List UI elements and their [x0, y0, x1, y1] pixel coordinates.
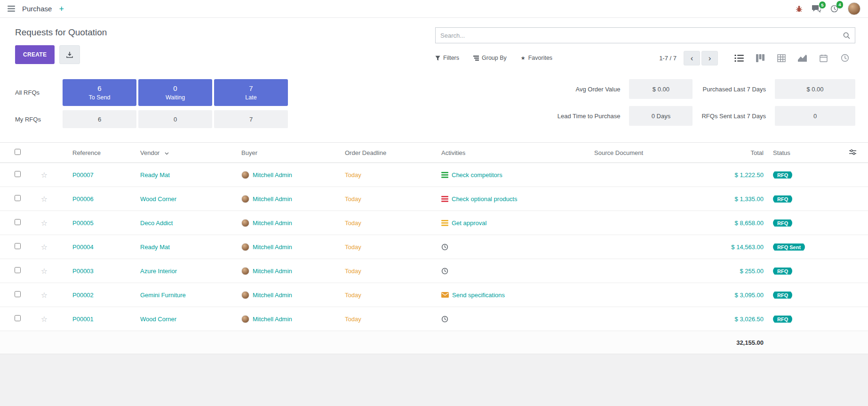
optional-columns-icon[interactable]	[849, 149, 856, 157]
my-rfqs-label[interactable]: My RFQs	[15, 116, 61, 123]
buyer-link[interactable]: Mitchell Admin	[253, 268, 292, 275]
view-calendar-button[interactable]	[813, 50, 834, 66]
favorite-star-icon[interactable]: ☆	[41, 243, 48, 251]
my-count-waiting[interactable]: 0	[138, 110, 212, 128]
search-icon[interactable]	[843, 32, 850, 39]
favorite-star-icon[interactable]: ☆	[41, 291, 48, 299]
favorite-star-icon[interactable]: ☆	[41, 171, 48, 179]
activity-clock-icon[interactable]	[441, 316, 448, 323]
column-header-buyer[interactable]: Buyer	[238, 149, 341, 156]
stat-value-lead-time-to-purchase: 0 Days	[629, 106, 693, 126]
search-box[interactable]	[435, 27, 855, 43]
reference-link[interactable]: P00003	[56, 268, 136, 275]
group-by-button[interactable]: Group By	[473, 55, 507, 61]
buyer-link[interactable]: Mitchell Admin	[253, 292, 292, 299]
reference-link[interactable]: P00005	[56, 219, 136, 227]
buyer-link[interactable]: Mitchell Admin	[253, 244, 292, 251]
top-navbar: Purchase + 5 4	[0, 0, 868, 18]
buyer-link[interactable]: Mitchell Admin	[253, 316, 292, 323]
column-header-source-document[interactable]: Source Document	[590, 149, 706, 156]
search-input[interactable]	[440, 32, 843, 39]
table-row[interactable]: ☆ P00003 Azure Interior Mitchell Admin T…	[0, 259, 868, 283]
reference-link[interactable]: P00002	[56, 292, 136, 299]
vendor-link[interactable]: Wood Corner	[136, 316, 238, 323]
vendor-link[interactable]: Ready Mat	[136, 244, 238, 251]
view-pivot-button[interactable]	[771, 50, 792, 66]
table-row[interactable]: ☆ P00006 Wood Corner Mitchell Admin Toda…	[0, 187, 868, 211]
view-kanban-button[interactable]	[749, 50, 771, 66]
view-activity-button[interactable]	[834, 50, 855, 66]
all-rfqs-label[interactable]: All RFQs	[15, 89, 61, 96]
row-checkbox[interactable]	[15, 291, 21, 297]
activity-envelope-icon[interactable]	[441, 292, 449, 298]
reference-link[interactable]: P00004	[56, 244, 136, 251]
total-amount: $ 14,563.00	[706, 244, 769, 251]
my-count-late[interactable]: 7	[214, 110, 288, 128]
activity-clock-icon[interactable]	[441, 244, 448, 251]
column-header-order-deadline[interactable]: Order Deadline	[341, 149, 438, 156]
favorite-star-icon[interactable]: ☆	[41, 315, 48, 323]
activity-label[interactable]: Check competitors	[452, 171, 502, 179]
activity-list-icon[interactable]	[441, 196, 448, 202]
activity-label[interactable]: Check optional products	[452, 195, 517, 203]
vendor-link[interactable]: Ready Mat	[136, 171, 238, 179]
my-count-to-send[interactable]: 6	[63, 110, 136, 128]
column-header-activities[interactable]: Activities	[438, 149, 590, 156]
create-button[interactable]: CREATE	[15, 45, 55, 64]
view-list-button[interactable]	[728, 50, 749, 66]
buyer-link[interactable]: Mitchell Admin	[253, 195, 292, 203]
vendor-link[interactable]: Gemini Furniture	[136, 292, 238, 299]
app-menu-purchase[interactable]: Purchase	[22, 5, 52, 13]
table-row[interactable]: ☆ P00005 Deco Addict Mitchell Admin Toda…	[0, 211, 868, 235]
favorite-star-icon[interactable]: ☆	[41, 219, 48, 227]
activity-list-icon[interactable]	[441, 172, 448, 178]
group-by-icon	[473, 56, 479, 61]
favorite-star-icon[interactable]: ☆	[41, 267, 48, 275]
row-checkbox[interactable]	[15, 195, 21, 201]
column-header-total[interactable]: Total	[706, 149, 769, 156]
table-row[interactable]: ☆ P00007 Ready Mat Mitchell Admin Today …	[0, 163, 868, 187]
vendor-link[interactable]: Wood Corner	[136, 195, 238, 203]
table-row[interactable]: ☆ P00001 Wood Corner Mitchell Admin Toda…	[0, 307, 868, 331]
messages-icon[interactable]: 5	[812, 5, 821, 13]
row-checkbox[interactable]	[15, 171, 21, 177]
vendor-link[interactable]: Azure Interior	[136, 268, 238, 275]
pager-next-button[interactable]: ›	[701, 51, 718, 65]
favorite-star-icon[interactable]: ☆	[41, 195, 48, 203]
column-header-status[interactable]: Status	[769, 149, 837, 156]
activities-clock-icon[interactable]: 4	[830, 5, 838, 13]
activity-list-icon[interactable]	[441, 220, 448, 226]
buyer-link[interactable]: Mitchell Admin	[253, 171, 292, 179]
pager-previous-button[interactable]: ‹	[684, 51, 700, 65]
row-checkbox[interactable]	[15, 267, 21, 273]
filters-button[interactable]: Filters	[435, 55, 459, 61]
select-all-checkbox[interactable]	[15, 149, 21, 155]
activity-label[interactable]: Send specifications	[452, 292, 505, 299]
menu-icon[interactable]	[8, 6, 15, 12]
activity-clock-icon[interactable]	[441, 268, 448, 275]
view-graph-button[interactable]	[792, 50, 813, 66]
activity-label[interactable]: Get approval	[452, 219, 486, 227]
buyer-link[interactable]: Mitchell Admin	[253, 219, 292, 227]
row-checkbox[interactable]	[15, 219, 21, 225]
kpi-tile-to-send[interactable]: 6 To Send	[63, 79, 136, 106]
reference-link[interactable]: P00007	[56, 171, 136, 179]
kpi-tile-waiting[interactable]: 0 Waiting	[138, 79, 212, 106]
user-avatar[interactable]	[848, 2, 860, 15]
vendor-link[interactable]: Deco Addict	[136, 219, 238, 227]
kpi-tile-late[interactable]: 7 Late	[214, 79, 288, 106]
table-row[interactable]: ☆ P00004 Ready Mat Mitchell Admin Today …	[0, 235, 868, 259]
stat-label-lead-time-to-purchase: Lead Time to Purchase	[557, 113, 621, 120]
export-button[interactable]	[59, 45, 80, 64]
column-header-vendor[interactable]: Vendor	[136, 149, 238, 156]
reference-link[interactable]: P00001	[56, 316, 136, 323]
reference-link[interactable]: P00006	[56, 195, 136, 203]
bug-icon[interactable]	[796, 5, 803, 12]
row-checkbox[interactable]	[15, 243, 21, 249]
add-tab-icon[interactable]: +	[59, 5, 64, 13]
favorites-button[interactable]: ★ Favorites	[521, 55, 552, 61]
table-row[interactable]: ☆ P00002 Gemini Furniture Mitchell Admin…	[0, 283, 868, 307]
column-header-reference[interactable]: Reference	[56, 149, 136, 156]
total-amount: $ 3,095.00	[706, 292, 769, 299]
row-checkbox[interactable]	[15, 315, 21, 321]
